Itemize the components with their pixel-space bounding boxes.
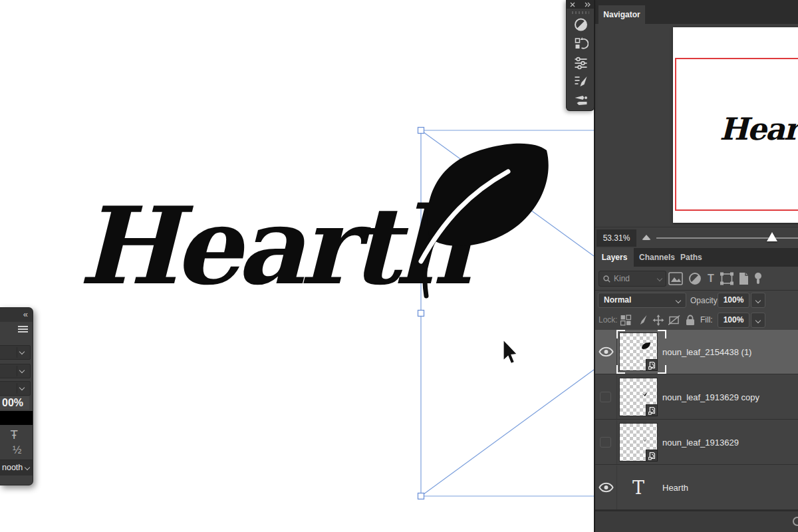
filter-kind-label: Kind: [614, 274, 630, 283]
properties-icon[interactable]: [573, 56, 589, 70]
smart-object-badge-icon: [646, 404, 658, 416]
visibility-column: [595, 466, 617, 509]
zoom-out-mountain-icon[interactable]: [642, 235, 651, 240]
smart-object-badge-icon: [646, 450, 658, 462]
chevron-down-icon: [676, 298, 681, 303]
fill-label: Fill:: [700, 311, 713, 330]
strikethrough-icon[interactable]: Ŧ: [11, 428, 17, 442]
chevron-down-icon: [19, 385, 25, 390]
navigator-preview[interactable]: Heart: [673, 27, 798, 223]
adjustments-icon[interactable]: [573, 17, 589, 32]
scale-percent-field[interactable]: 00%: [0, 396, 29, 410]
layer-row-noun-leaf-1913629-copy[interactable]: noun_leaf_1913629 copy: [595, 375, 798, 420]
strip-header-bar: [567, 0, 594, 9]
chevron-down-icon: [755, 318, 761, 323]
layer-name[interactable]: noun_leaf_1913629 copy: [662, 375, 759, 420]
tab-paths[interactable]: Paths: [680, 248, 702, 267]
lock-fill-row: Lock: Fill: 100%: [595, 311, 798, 330]
layer-name[interactable]: Hearth: [662, 466, 688, 510]
collapse-panel-icon[interactable]: «: [23, 309, 28, 319]
chevron-down-icon: [19, 368, 25, 373]
layer-thumbnail[interactable]: [619, 378, 658, 416]
fill-dropdown-button[interactable]: [751, 313, 765, 328]
blend-mode-dropdown[interactable]: Normal: [598, 293, 686, 308]
right-panel-dock: Navigator Heart 53.31% Layers Channels P…: [594, 0, 798, 532]
navigator-tabbar: Navigator: [595, 0, 798, 24]
zoom-percent-field[interactable]: 53.31%: [597, 229, 636, 247]
layers-filter-row: Kind T: [595, 267, 798, 291]
eye-visible-icon[interactable]: [598, 346, 614, 357]
layer-filter-kind-dropdown[interactable]: Kind: [598, 271, 666, 287]
opacity-value-field[interactable]: 100%: [718, 293, 749, 308]
layer-name[interactable]: noun_leaf_2154438 (1): [662, 330, 751, 374]
tab-layers[interactable]: Layers: [595, 248, 634, 267]
filter-type-layers-icon[interactable]: T: [704, 272, 718, 285]
collapse-panels-icon[interactable]: [585, 2, 591, 7]
layers-tabbar: Layers Channels Paths: [595, 248, 798, 267]
fill-value-field[interactable]: 100%: [718, 313, 749, 328]
layer-row-noun-leaf-1913629[interactable]: noun_leaf_1913629: [595, 420, 798, 465]
lock-transparent-pixels-icon[interactable]: [620, 315, 632, 326]
eye-hidden-well[interactable]: [600, 392, 611, 402]
navigator-preview-text: Heart: [720, 111, 798, 147]
logo-wordmark-text: Hearth: [78, 188, 466, 305]
opacity-label: Opacity:: [690, 291, 720, 311]
eye-hidden-well[interactable]: [600, 437, 611, 448]
chevron-down-icon: [19, 349, 25, 354]
layers-panel-bottom-bar: [595, 510, 798, 532]
chevron-down-icon: [25, 465, 30, 470]
layer-row-hearth-text[interactable]: T Hearth: [595, 466, 798, 510]
opacity-dropdown-button[interactable]: [751, 293, 765, 308]
layer-thumbnail[interactable]: [619, 423, 658, 462]
lock-label: Lock:: [598, 311, 618, 330]
blend-mode-value: Normal: [604, 295, 631, 305]
font-style-dropdown[interactable]: [0, 364, 31, 378]
thumbnail-small-mark: [643, 438, 647, 442]
eye-visible-icon[interactable]: [598, 482, 614, 493]
brush-settings-icon[interactable]: [573, 74, 589, 89]
layers-list: noun_leaf_2154438 (1) noun_leaf_1913629 …: [595, 330, 798, 510]
filter-smart-objects-icon[interactable]: [736, 272, 751, 285]
filter-pin-icon[interactable]: [751, 272, 765, 285]
lock-image-pixels-brush-icon[interactable]: [636, 315, 648, 326]
layer-name[interactable]: noun_leaf_1913629: [662, 420, 739, 465]
close-icon[interactable]: [570, 2, 575, 7]
antialias-dropdown[interactable]: nooth: [0, 460, 33, 475]
lock-artboard-nesting-icon[interactable]: [668, 315, 680, 326]
zoom-slider-thumb[interactable]: [767, 232, 777, 241]
chevron-down-icon: [755, 298, 761, 303]
navigator-zoom-bar: 53.31%: [595, 227, 798, 248]
tab-channels[interactable]: Channels: [639, 248, 675, 267]
search-icon: [603, 275, 610, 283]
character-panel: « 00% Ŧ ½ nooth: [0, 307, 33, 485]
panel-menu-icon[interactable]: [18, 326, 28, 332]
text-color-swatch[interactable]: [0, 411, 33, 425]
visibility-column: [595, 420, 617, 464]
thumbnail-small-mark: [642, 392, 648, 396]
panel-grip-dots[interactable]: [572, 11, 589, 14]
chevron-down-icon: [657, 276, 662, 281]
filter-pixel-layers-icon[interactable]: [668, 272, 683, 285]
font-size-dropdown[interactable]: [0, 381, 31, 396]
smart-object-badge-icon: [646, 359, 658, 371]
link-layers-icon[interactable]: [793, 517, 798, 526]
type-layer-icon[interactable]: T: [619, 466, 658, 510]
filter-adjustment-layers-icon[interactable]: [688, 272, 702, 285]
lock-all-padlock-icon[interactable]: [684, 315, 696, 326]
collapsed-panels-strip: [566, 0, 595, 111]
tab-navigator[interactable]: Navigator: [598, 5, 645, 24]
visibility-column: [595, 375, 617, 419]
lock-position-move-icon[interactable]: [652, 315, 664, 326]
navigator-body: Heart: [595, 24, 798, 227]
fractions-icon[interactable]: ½: [13, 444, 21, 456]
filter-shape-layers-icon[interactable]: [720, 272, 734, 285]
visibility-column: [595, 330, 617, 374]
character-panel-header: «: [0, 308, 33, 322]
history-icon[interactable]: [573, 37, 589, 51]
thumbnail-leaf-mark: [641, 342, 651, 350]
antialias-value: nooth: [2, 463, 23, 472]
brushes-icon[interactable]: [573, 93, 589, 108]
blend-opacity-row: Normal Opacity: 100%: [595, 291, 798, 311]
font-dropdown[interactable]: [0, 345, 31, 360]
layer-row-noun-leaf-2154438[interactable]: noun_leaf_2154438 (1): [595, 330, 798, 374]
